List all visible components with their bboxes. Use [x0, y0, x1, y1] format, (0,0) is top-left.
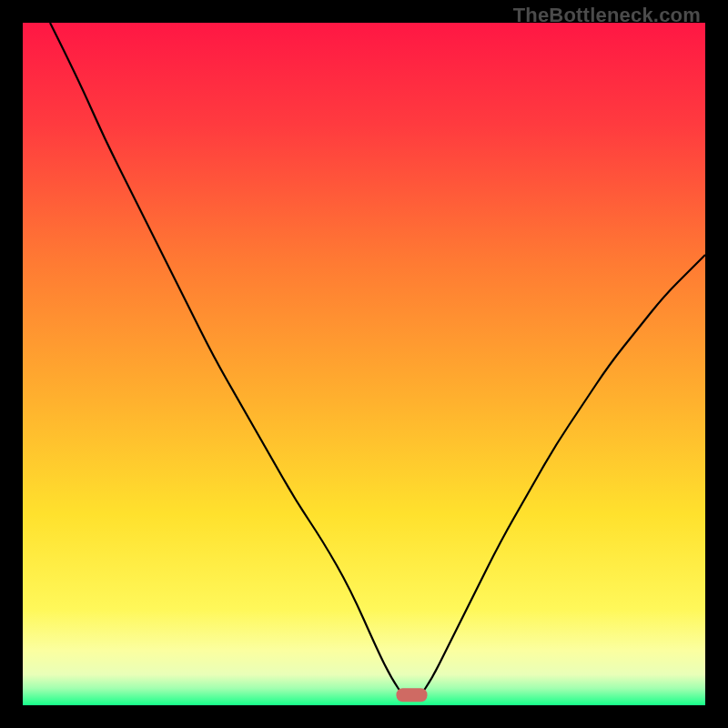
chart-background [23, 23, 705, 705]
optimal-point-marker [397, 688, 428, 702]
bottleneck-chart [23, 23, 705, 705]
chart-frame [23, 23, 705, 705]
